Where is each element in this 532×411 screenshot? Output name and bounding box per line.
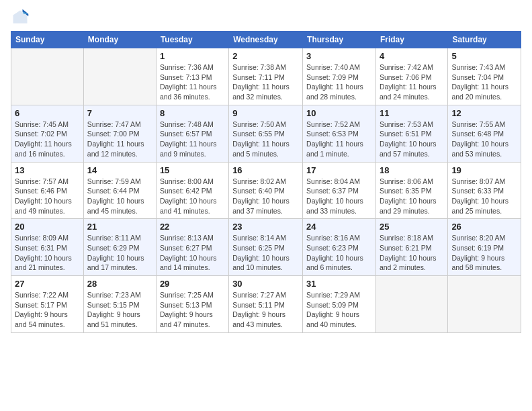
day-info: Sunrise: 8:13 AM Sunset: 6:27 PM Dayligh…: [160, 233, 225, 273]
calendar-week-row: 1Sunrise: 7:36 AM Sunset: 7:13 PM Daylig…: [11, 48, 521, 105]
calendar-cell: 18Sunrise: 8:06 AM Sunset: 6:35 PM Dayli…: [375, 162, 447, 219]
calendar-cell: 28Sunrise: 7:23 AM Sunset: 5:15 PM Dayli…: [83, 276, 156, 333]
day-info: Sunrise: 8:04 AM Sunset: 6:37 PM Dayligh…: [306, 177, 372, 216]
day-info: Sunrise: 8:06 AM Sunset: 6:35 PM Dayligh…: [380, 177, 444, 216]
day-info: Sunrise: 8:02 AM Sunset: 6:40 PM Dayligh…: [232, 177, 299, 216]
day-number: 5: [451, 51, 517, 61]
calendar-table: SundayMondayTuesdayWednesdayThursdayFrid…: [11, 31, 521, 333]
calendar-cell: 9Sunrise: 7:50 AM Sunset: 6:55 PM Daylig…: [229, 105, 303, 162]
weekday-header-sunday: Sunday: [11, 32, 84, 48]
day-number: 24: [306, 222, 372, 232]
day-info: Sunrise: 7:42 AM Sunset: 7:06 PM Dayligh…: [380, 62, 444, 102]
day-info: Sunrise: 8:16 AM Sunset: 6:23 PM Dayligh…: [306, 233, 372, 273]
day-number: 4: [380, 51, 444, 61]
day-number: 13: [15, 165, 80, 175]
day-number: 23: [232, 222, 299, 232]
day-info: Sunrise: 7:22 AM Sunset: 5:17 PM Dayligh…: [15, 290, 80, 330]
day-info: Sunrise: 7:59 AM Sunset: 6:44 PM Dayligh…: [87, 177, 152, 216]
day-info: Sunrise: 7:45 AM Sunset: 7:02 PM Dayligh…: [15, 120, 80, 159]
day-number: 2: [232, 51, 299, 61]
calendar-cell: 10Sunrise: 7:52 AM Sunset: 6:53 PM Dayli…: [303, 105, 376, 162]
day-number: 9: [232, 108, 299, 118]
day-info: Sunrise: 7:23 AM Sunset: 5:15 PM Dayligh…: [87, 290, 152, 330]
calendar-cell: 19Sunrise: 8:07 AM Sunset: 6:33 PM Dayli…: [448, 162, 521, 219]
day-number: 27: [15, 279, 80, 289]
calendar-cell: 30Sunrise: 7:27 AM Sunset: 5:11 PM Dayli…: [229, 276, 303, 333]
day-info: Sunrise: 7:57 AM Sunset: 6:46 PM Dayligh…: [15, 177, 80, 216]
day-number: 19: [451, 165, 517, 175]
day-info: Sunrise: 7:36 AM Sunset: 7:13 PM Dayligh…: [160, 62, 225, 102]
day-info: Sunrise: 7:25 AM Sunset: 5:13 PM Dayligh…: [160, 290, 225, 330]
calendar-cell: [11, 48, 84, 105]
weekday-header-tuesday: Tuesday: [156, 32, 228, 48]
calendar-cell: 26Sunrise: 8:20 AM Sunset: 6:19 PM Dayli…: [448, 219, 521, 276]
day-number: 31: [306, 279, 372, 289]
weekday-header-thursday: Thursday: [303, 32, 376, 48]
calendar-cell: 17Sunrise: 8:04 AM Sunset: 6:37 PM Dayli…: [303, 162, 376, 219]
weekday-header-friday: Friday: [375, 32, 447, 48]
day-info: Sunrise: 7:48 AM Sunset: 6:57 PM Dayligh…: [160, 120, 225, 159]
day-number: 22: [160, 222, 225, 232]
day-number: 6: [15, 108, 80, 118]
calendar-cell: [448, 276, 521, 333]
day-number: 14: [87, 165, 152, 175]
day-number: 28: [87, 279, 152, 289]
day-info: Sunrise: 8:07 AM Sunset: 6:33 PM Dayligh…: [451, 177, 517, 216]
day-info: Sunrise: 7:29 AM Sunset: 5:09 PM Dayligh…: [306, 290, 372, 330]
calendar-cell: 25Sunrise: 8:18 AM Sunset: 6:21 PM Dayli…: [375, 219, 447, 276]
calendar-cell: 27Sunrise: 7:22 AM Sunset: 5:17 PM Dayli…: [11, 276, 84, 333]
day-number: 21: [87, 222, 152, 232]
day-info: Sunrise: 8:00 AM Sunset: 6:42 PM Dayligh…: [160, 177, 225, 216]
day-info: Sunrise: 7:27 AM Sunset: 5:11 PM Dayligh…: [232, 290, 299, 330]
day-info: Sunrise: 8:18 AM Sunset: 6:21 PM Dayligh…: [380, 233, 444, 273]
calendar-week-row: 27Sunrise: 7:22 AM Sunset: 5:17 PM Dayli…: [11, 276, 521, 333]
day-number: 1: [160, 51, 225, 61]
calendar-cell: 5Sunrise: 7:43 AM Sunset: 7:04 PM Daylig…: [448, 48, 521, 105]
page: SundayMondayTuesdayWednesdayThursdayFrid…: [0, 0, 532, 341]
calendar-cell: 21Sunrise: 8:11 AM Sunset: 6:29 PM Dayli…: [83, 219, 156, 276]
day-info: Sunrise: 7:50 AM Sunset: 6:55 PM Dayligh…: [232, 120, 299, 159]
calendar-week-row: 6Sunrise: 7:45 AM Sunset: 7:02 PM Daylig…: [11, 105, 521, 162]
calendar-cell: 22Sunrise: 8:13 AM Sunset: 6:27 PM Dayli…: [156, 219, 228, 276]
calendar-cell: 4Sunrise: 7:42 AM Sunset: 7:06 PM Daylig…: [375, 48, 447, 105]
calendar-cell: 14Sunrise: 7:59 AM Sunset: 6:44 PM Dayli…: [83, 162, 156, 219]
calendar-week-row: 13Sunrise: 7:57 AM Sunset: 6:46 PM Dayli…: [11, 162, 521, 219]
calendar-cell: 24Sunrise: 8:16 AM Sunset: 6:23 PM Dayli…: [303, 219, 376, 276]
day-info: Sunrise: 7:40 AM Sunset: 7:09 PM Dayligh…: [306, 62, 372, 102]
day-info: Sunrise: 8:20 AM Sunset: 6:19 PM Dayligh…: [451, 233, 517, 273]
calendar-cell: 20Sunrise: 8:09 AM Sunset: 6:31 PM Dayli…: [11, 219, 84, 276]
calendar-cell: [375, 276, 447, 333]
day-number: 15: [160, 165, 225, 175]
calendar-cell: [83, 48, 156, 105]
day-number: 10: [306, 108, 372, 118]
logo: [11, 8, 32, 27]
day-info: Sunrise: 8:11 AM Sunset: 6:29 PM Dayligh…: [87, 233, 152, 273]
calendar-cell: 15Sunrise: 8:00 AM Sunset: 6:42 PM Dayli…: [156, 162, 228, 219]
day-info: Sunrise: 8:14 AM Sunset: 6:25 PM Dayligh…: [232, 233, 299, 273]
weekday-header-monday: Monday: [83, 32, 156, 48]
day-number: 29: [160, 279, 225, 289]
calendar-cell: 6Sunrise: 7:45 AM Sunset: 7:02 PM Daylig…: [11, 105, 84, 162]
weekday-header-row: SundayMondayTuesdayWednesdayThursdayFrid…: [11, 32, 521, 48]
day-info: Sunrise: 7:43 AM Sunset: 7:04 PM Dayligh…: [451, 62, 517, 102]
calendar-cell: 3Sunrise: 7:40 AM Sunset: 7:09 PM Daylig…: [303, 48, 376, 105]
day-number: 3: [306, 51, 372, 61]
day-info: Sunrise: 7:47 AM Sunset: 7:00 PM Dayligh…: [87, 120, 152, 159]
calendar-cell: 23Sunrise: 8:14 AM Sunset: 6:25 PM Dayli…: [229, 219, 303, 276]
day-info: Sunrise: 8:09 AM Sunset: 6:31 PM Dayligh…: [15, 233, 80, 273]
calendar-cell: 16Sunrise: 8:02 AM Sunset: 6:40 PM Dayli…: [229, 162, 303, 219]
day-number: 8: [160, 108, 225, 118]
day-number: 25: [380, 222, 444, 232]
day-info: Sunrise: 7:55 AM Sunset: 6:48 PM Dayligh…: [451, 120, 517, 159]
logo-icon: [11, 8, 30, 27]
calendar-cell: 29Sunrise: 7:25 AM Sunset: 5:13 PM Dayli…: [156, 276, 228, 333]
day-number: 26: [451, 222, 517, 232]
day-info: Sunrise: 7:38 AM Sunset: 7:11 PM Dayligh…: [232, 62, 299, 102]
calendar-cell: 31Sunrise: 7:29 AM Sunset: 5:09 PM Dayli…: [303, 276, 376, 333]
day-number: 18: [380, 165, 444, 175]
day-number: 7: [87, 108, 152, 118]
calendar-cell: 13Sunrise: 7:57 AM Sunset: 6:46 PM Dayli…: [11, 162, 84, 219]
weekday-header-saturday: Saturday: [448, 32, 521, 48]
day-number: 30: [232, 279, 299, 289]
day-info: Sunrise: 7:53 AM Sunset: 6:51 PM Dayligh…: [380, 120, 444, 159]
